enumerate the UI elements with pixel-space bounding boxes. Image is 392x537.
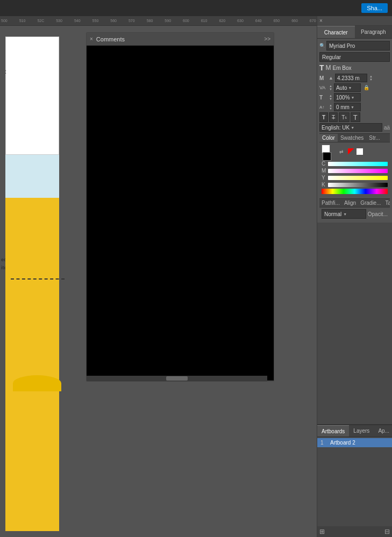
white-swatch[interactable] — [356, 148, 364, 155]
kerning-lock-icon: 🔒 — [364, 85, 369, 90]
tab-app[interactable]: Ap... — [374, 425, 392, 436]
baseline-dropdown-arrow: ▼ — [351, 105, 354, 109]
style-btn-T-larger[interactable]: T — [351, 112, 360, 122]
tab-artboards[interactable]: Artboards — [317, 425, 349, 436]
artboard-name: Artboard 2 — [330, 440, 355, 446]
tracking-spinner[interactable]: ▲ ▼ — [329, 94, 332, 101]
panel-close-icon[interactable]: × — [319, 18, 323, 24]
bottom-panel: Artboards Layers Ap... 1 Artboard 2 ⊞ ⊟ — [317, 424, 392, 537]
cmyk-k-slider[interactable] — [328, 183, 388, 187]
kerning-dropdown-arrow: ▼ — [348, 86, 352, 90]
kerning-icon: VA — [319, 85, 327, 90]
language-dropdown[interactable]: English: UK ▼ — [319, 123, 382, 132]
color-swap-icons: ⇄ — [339, 149, 344, 154]
swap-colors-icon[interactable]: ⇄ — [339, 149, 344, 154]
ruler-tick: 620 — [219, 19, 225, 23]
art-label-pt: pt — [1, 69, 6, 75]
font-name-display[interactable]: Myriad Pro — [326, 41, 390, 51]
baseline-spin-down[interactable]: ▼ — [329, 107, 332, 110]
cmyk-m-row: M — [322, 168, 388, 174]
style-btn-T-superscript[interactable]: Ts — [339, 112, 350, 122]
char-panel-close-row: × — [317, 16, 392, 26]
tracking-icon: T — [319, 95, 327, 101]
share-button[interactable]: Sha... — [361, 3, 388, 13]
font-size-spinner[interactable]: ▲ ▼ — [369, 75, 373, 81]
font-size-up-icon[interactable]: ▲ — [329, 75, 333, 81]
stroke-color-square[interactable] — [323, 152, 331, 161]
cmyk-c-slider[interactable] — [328, 162, 388, 166]
font-size-input[interactable]: 4.2333 m — [335, 74, 367, 82]
comments-header: × Comments >> — [87, 33, 274, 46]
font-size-spin-down[interactable]: ▼ — [369, 78, 373, 81]
color-squares[interactable] — [322, 145, 336, 159]
artboard-item[interactable]: 1 Artboard 2 — [317, 438, 392, 447]
em-box-row: T M Em Box — [319, 63, 390, 72]
color-spectrum[interactable] — [322, 189, 388, 194]
move-icon[interactable]: ⊞ — [319, 528, 325, 535]
color-swatches-small — [347, 148, 364, 155]
tab-gradient[interactable]: Gradie... — [358, 199, 383, 207]
comments-expand-button[interactable]: >> — [264, 36, 270, 42]
tab-transform[interactable]: Ta... — [383, 199, 390, 207]
tab-paragraph[interactable]: Paragraph — [355, 26, 393, 38]
art-blue-area — [5, 155, 59, 198]
ruler-tick: 550 — [92, 19, 99, 23]
kerning-value: Auto — [336, 85, 347, 91]
comments-title-area: × Comments — [90, 36, 125, 42]
cmyk-y-row: Y — [322, 175, 388, 181]
tab-swatches[interactable]: Swatches — [338, 134, 366, 142]
tab-layers[interactable]: Layers — [349, 425, 374, 436]
rearrange-icon[interactable]: ⊟ — [384, 528, 390, 535]
cmyk-c-label: C — [322, 161, 327, 167]
warning-swatch[interactable] — [347, 148, 355, 155]
ruler-tick: 540 — [74, 19, 81, 23]
kerning-spin-down[interactable]: ▼ — [329, 88, 332, 91]
tab-stroke[interactable]: Str... — [366, 134, 383, 142]
baseline-dropdown[interactable]: 0 mm ▼ — [334, 103, 361, 111]
character-panel-content: 🔍 Myriad Pro Regular T M Em Box M ▲ 4.23… — [317, 39, 392, 223]
kerning-spinner[interactable]: ▲ ▼ — [329, 84, 332, 91]
font-search-row: 🔍 Myriad Pro — [319, 41, 390, 51]
baseline-value: 0 mm — [336, 104, 350, 110]
baseline-spinner[interactable]: ▲ ▼ — [329, 104, 332, 110]
tab-color[interactable]: Color — [319, 134, 338, 142]
baseline-row: A↑ ▲ ▼ 0 mm ▼ — [319, 103, 390, 111]
tab-pathfinder[interactable]: Pathfi... — [319, 199, 342, 207]
tracking-spin-down[interactable]: ▼ — [329, 97, 332, 101]
ruler-tick: 600 — [183, 19, 189, 23]
hscroll-thumb — [166, 376, 188, 381]
font-size-row: M ▲ 4.2333 m ▲ ▼ — [319, 74, 390, 82]
ruler-tick: 510 — [19, 19, 26, 23]
tracking-dropdown[interactable]: 100% ▼ — [334, 93, 361, 102]
kerning-row: VA ▲ ▼ Auto ▼ 🔒 — [319, 83, 390, 92]
opacity-label: Opacit... — [368, 211, 388, 217]
tracking-dropdown-arrow: ▼ — [351, 96, 355, 99]
art-yellow-area — [5, 198, 59, 531]
kerning-dropdown[interactable]: Auto ▼ — [334, 83, 361, 92]
bottom-icons-row: ⊞ ⊟ — [317, 526, 392, 537]
anti-alias-label: aä — [384, 125, 390, 131]
blend-mode-dropdown[interactable]: Normal ▼ — [322, 209, 366, 219]
language-row: English: UK ▼ aä — [319, 123, 390, 132]
search-icon: 🔍 — [319, 43, 325, 48]
ruler-tick: 560 — [110, 19, 117, 23]
ruler-tick: 630 — [237, 19, 244, 23]
style-btn-T-strikethrough[interactable]: T — [329, 112, 338, 122]
cmyk-k-row: K — [322, 182, 388, 188]
style-btn-T-regular[interactable]: T — [319, 112, 328, 122]
tracking-row: T ▲ ▼ 100% ▼ — [319, 93, 390, 102]
color-section: ⇄ C M Y K — [319, 142, 390, 198]
comments-close-button[interactable]: × — [90, 37, 93, 42]
art-yellow-cup — [13, 375, 61, 391]
comments-title: Comments — [96, 36, 125, 42]
cmyk-y-slider[interactable] — [328, 176, 388, 180]
comments-hscroll[interactable] — [87, 376, 267, 381]
tab-character[interactable]: Character — [317, 26, 355, 38]
em-box-M-icon: M — [326, 64, 331, 71]
comments-body[interactable] — [87, 46, 274, 381]
style-buttons-row: T T Ts T — [319, 112, 390, 122]
char-paragraph-tabs: Character Paragraph — [317, 26, 392, 39]
tab-align[interactable]: Align — [342, 199, 358, 207]
cmyk-m-slider[interactable] — [328, 169, 388, 173]
font-style-display[interactable]: Regular — [319, 52, 390, 62]
